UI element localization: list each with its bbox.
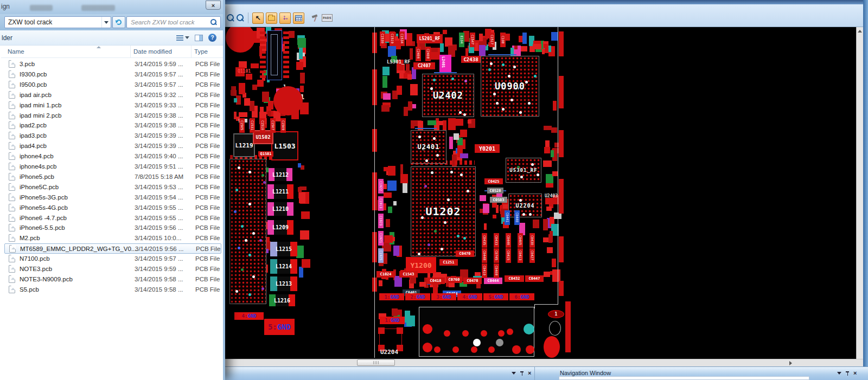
pcb-smd-part bbox=[449, 137, 452, 149]
file-date: 3/14/2015 9:54 ... bbox=[135, 194, 183, 201]
file-row[interactable]: NOTE3-N9009.pcb3/14/2015 9:58 ...PCB Fil… bbox=[4, 274, 221, 285]
hammer-tool-icon[interactable] bbox=[311, 14, 320, 22]
pcb-connector-pin bbox=[524, 324, 534, 334]
pcb-smd-part bbox=[475, 272, 481, 276]
file-row[interactable]: iPhone6-5.5.pcb3/14/2015 9:56 ...PCB Fil… bbox=[4, 223, 221, 233]
file-row[interactable]: NOTE3.pcb3/14/2015 9:59 ...PCB File bbox=[4, 264, 221, 274]
pcb-smd-part bbox=[289, 31, 295, 38]
pcb-cap-C0413: C0413 bbox=[518, 248, 523, 263]
help-icon[interactable]: ? bbox=[208, 34, 216, 42]
chevron-down-icon bbox=[104, 21, 108, 24]
pcb-smd-part bbox=[405, 311, 411, 323]
chevron-down-icon[interactable] bbox=[837, 372, 841, 375]
file-type: PCB File bbox=[195, 61, 220, 67]
file-row[interactable]: I9500.pcb3/14/2015 9:57 ...PCB File bbox=[4, 80, 221, 90]
pcb-cap-C1534: C1534 bbox=[399, 31, 405, 46]
file-name: I9300.pcb bbox=[20, 71, 47, 78]
toolbar-separator bbox=[248, 12, 248, 23]
file-row[interactable]: M2.pcb3/14/2015 10:0...PCB File bbox=[4, 233, 221, 243]
column-separator[interactable] bbox=[130, 46, 131, 58]
change-view-button[interactable] bbox=[176, 35, 189, 41]
pcb-pad bbox=[271, 34, 278, 75]
cursor-tool-button[interactable]: ↖ bbox=[252, 12, 264, 24]
scroll-up-arrow-icon[interactable] bbox=[858, 30, 862, 33]
explorer-titlebar[interactable]: ign × bbox=[0, 0, 223, 14]
pcb-cap-C0433: C0433 bbox=[494, 233, 499, 248]
zoom-out-icon[interactable] bbox=[237, 14, 244, 22]
pcb-pad bbox=[374, 27, 375, 358]
column-header-date[interactable]: Date modified bbox=[133, 48, 172, 55]
pin-icon[interactable] bbox=[845, 371, 850, 376]
file-date: 3/14/2015 9:40 ... bbox=[135, 153, 183, 159]
pcb-connector-pin bbox=[507, 329, 513, 335]
file-name: 3.pcb bbox=[20, 61, 35, 67]
pcb-gnd-bar: 1:GND bbox=[379, 293, 404, 300]
vertical-scrollbar[interactable] bbox=[856, 27, 863, 359]
file-row[interactable]: ipad air.pcb3/14/2015 9:32 ...PCB File bbox=[4, 90, 221, 100]
column-header-name[interactable]: Name bbox=[8, 48, 24, 55]
pcb-label-U2403: U2403 bbox=[545, 194, 558, 198]
close-button[interactable]: × bbox=[206, 1, 221, 10]
pcb-canvas[interactable]: U2402U0900U2401U5301_RFU1202U2204L1212L1… bbox=[225, 27, 856, 359]
scroll-right-arrow-icon[interactable] bbox=[789, 361, 792, 365]
column-header-type[interactable]: Type bbox=[194, 48, 208, 55]
file-row[interactable]: ipad mini 1.pcb3/14/2015 9:33 ...PCB Fil… bbox=[4, 100, 221, 111]
search-icon[interactable] bbox=[210, 19, 217, 25]
file-row[interactable]: iPhone6 -4.7.pcb3/14/2015 9:55 ...PCB Fi… bbox=[4, 213, 221, 223]
file-row[interactable]: iPhone5s-4G.pcb3/14/2015 9:55 ...PCB Fil… bbox=[4, 203, 221, 213]
file-row[interactable]: 3.pcb3/14/2015 9:59 ...PCB File bbox=[4, 59, 221, 69]
close-icon[interactable]: × bbox=[853, 370, 857, 376]
file-row[interactable]: ipad4.pcb3/14/2015 9:39 ...PCB File bbox=[4, 141, 221, 151]
pcb-connector-pin bbox=[526, 345, 534, 354]
file-row[interactable]: I9300.pcb3/14/2015 9:57 ...PCB File bbox=[4, 69, 221, 80]
file-row[interactable]: iPhone5.pcb7/8/2015 5:18 AMPCB File bbox=[4, 172, 221, 182]
horizontal-scroll-thumb[interactable] bbox=[357, 359, 395, 366]
file-date: 3/14/2015 9:57 ... bbox=[135, 71, 183, 78]
pan-tool-button[interactable]: ↔↔ bbox=[279, 12, 291, 24]
pcb-part-C0470: C0470 bbox=[456, 250, 474, 257]
pcb-cap-C0446: C0446 bbox=[506, 233, 511, 248]
horizontal-scrollbar[interactable] bbox=[225, 359, 863, 366]
file-row[interactable]: iphone4.pcb3/14/2015 9:40 ...PCB File bbox=[4, 151, 221, 162]
navigation-window-content bbox=[559, 376, 809, 380]
file-row[interactable]: ipad2.pcb3/14/2015 9:38 ...PCB File bbox=[4, 120, 221, 131]
file-row[interactable]: ipad mini 2.pcb3/14/2015 9:38 ...PCB Fil… bbox=[4, 111, 221, 121]
file-row[interactable]: S5.pcb3/14/2015 9:58 ...PCB File bbox=[4, 285, 221, 295]
refresh-button[interactable] bbox=[112, 16, 125, 28]
folder-tool-button[interactable] bbox=[266, 12, 277, 24]
preview-pane-icon[interactable] bbox=[195, 35, 203, 41]
address-text: ZXW tool crack bbox=[5, 18, 101, 26]
pcb-smd-part bbox=[244, 98, 250, 106]
pcb-chip-U2204: U2204 bbox=[508, 194, 542, 217]
file-row[interactable]: iphone4s.pcb3/14/2015 9:51 ...PCB File bbox=[4, 162, 221, 172]
file-row[interactable]: ipad3.pcb3/14/2015 9:39 ...PCB File bbox=[4, 131, 221, 141]
file-row[interactable]: MT6589_EMMC_LPDDR2_WG+TG_V0....3/14/2015… bbox=[4, 243, 221, 254]
pcb-smd-part bbox=[392, 308, 398, 316]
pcb-chip-U1202: U1202 bbox=[411, 166, 476, 256]
file-icon bbox=[9, 265, 15, 273]
column-separator[interactable] bbox=[191, 46, 192, 58]
file-row[interactable]: iPhone5C.pcb3/14/2015 9:53 ...PCB File bbox=[4, 182, 221, 192]
file-icon bbox=[9, 142, 15, 150]
grid-tool-button[interactable] bbox=[293, 12, 304, 24]
zoom-in-icon[interactable] bbox=[227, 14, 234, 22]
pin-icon[interactable] bbox=[520, 371, 524, 376]
address-bar[interactable]: ZXW tool crack bbox=[4, 16, 111, 28]
pcb-part-C1024: C1024 bbox=[376, 271, 395, 278]
search-input[interactable]: Search ZXW tool crack bbox=[126, 16, 221, 28]
pads-tool-icon[interactable]: PADS bbox=[322, 14, 333, 22]
pcb-cap-C0405: C0405 bbox=[518, 233, 523, 248]
pcb-cap-C1531: C1531 bbox=[250, 118, 255, 133]
pcb-smd-part bbox=[406, 64, 410, 73]
pcb-smd-part bbox=[386, 219, 390, 227]
chevron-down-icon[interactable] bbox=[512, 372, 516, 375]
pcb-smd-part bbox=[407, 74, 411, 80]
address-dropdown[interactable] bbox=[101, 17, 111, 28]
file-icon bbox=[9, 183, 15, 191]
titlebar-glass-smudge bbox=[30, 5, 53, 11]
file-row[interactable]: iPhone5s-3G.pcb3/14/2015 9:54 ...PCB Fil… bbox=[4, 192, 221, 203]
close-icon[interactable]: × bbox=[528, 370, 531, 376]
file-row[interactable]: N7100.pcb3/14/2015 9:57 ...PCB File bbox=[4, 254, 221, 264]
pcb-cap-C1921: C1921 bbox=[378, 231, 384, 246]
explorer-toolbar: lder ? bbox=[0, 30, 223, 46]
